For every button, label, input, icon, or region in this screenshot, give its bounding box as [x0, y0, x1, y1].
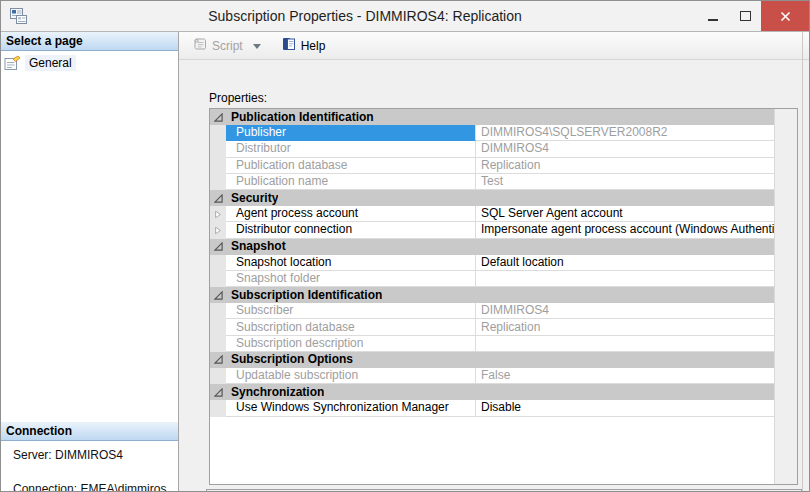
property-name-cell[interactable]: Use Windows Synchronization Manager	[226, 400, 476, 416]
row-gutter	[210, 319, 226, 335]
property-value-cell[interactable]: DIMMIROS4	[476, 141, 774, 157]
property-row[interactable]: Snapshot locationDefault location	[210, 255, 774, 271]
vertical-scrollbar[interactable]	[774, 109, 797, 484]
property-value-cell[interactable]	[476, 336, 774, 352]
row-gutter	[210, 303, 226, 319]
property-grid-rows: Publication IdentificationPublisherDIMMI…	[210, 109, 774, 484]
connection-server-text: Server: DIMMIROS4	[13, 448, 123, 462]
property-name-cell[interactable]: Distributor connection	[226, 222, 476, 238]
row-gutter	[210, 271, 226, 287]
row-gutter	[210, 336, 226, 352]
chevron-down-icon[interactable]	[253, 39, 261, 53]
row-gutter	[210, 400, 226, 416]
property-grid: Publication IdentificationPublisherDIMMI…	[209, 108, 798, 485]
window-icon	[9, 7, 29, 25]
property-row[interactable]: Use Windows Synchronization ManagerDisab…	[210, 400, 774, 416]
category-label: Snapshot	[226, 239, 286, 255]
collapse-icon[interactable]	[214, 242, 223, 251]
sidebar-item-label: General	[25, 55, 76, 71]
property-row[interactable]: Distributor connectionImpersonate agent …	[210, 222, 774, 238]
property-value-cell[interactable]	[476, 271, 774, 287]
property-row[interactable]: PublisherDIMMIROS4\SQLSERVER2008R2	[210, 125, 774, 141]
property-name-cell[interactable]: Snapshot folder	[226, 271, 476, 287]
connection-header: Connection	[1, 422, 178, 441]
help-icon	[281, 36, 297, 55]
property-value-cell[interactable]: DIMMIROS4\SQLSERVER2008R2	[476, 125, 774, 141]
expand-icon[interactable]	[214, 210, 222, 219]
property-value-cell[interactable]: Replication	[476, 319, 774, 335]
minimize-button[interactable]	[697, 1, 729, 31]
main-panel: Script Help	[179, 32, 809, 491]
maximize-icon	[740, 11, 751, 21]
window-title: Subscription Properties - DIMMIROS4: Rep…	[61, 1, 669, 31]
property-row[interactable]: Snapshot folder	[210, 271, 774, 287]
property-value-cell[interactable]: Default location	[476, 255, 774, 271]
script-icon	[192, 36, 208, 55]
help-button[interactable]: Help	[277, 35, 330, 57]
connection-user-text: Connection: EMEA\dimmiros	[13, 482, 166, 492]
sidebar-item-general[interactable]: General	[4, 54, 76, 72]
script-label: Script	[212, 39, 243, 53]
property-value-cell[interactable]: Impersonate agent process account (Windo…	[476, 222, 774, 238]
category-row[interactable]: Subscription Options	[210, 352, 774, 368]
row-gutter	[210, 255, 226, 271]
category-label: Publication Identification	[226, 109, 374, 125]
collapse-icon[interactable]	[214, 388, 223, 397]
titlebar: Subscription Properties - DIMMIROS4: Rep…	[1, 1, 809, 31]
sidebar: Select a page General Connection Server:…	[1, 32, 179, 491]
property-row[interactable]: Updatable subscriptionFalse	[210, 368, 774, 384]
maximize-button[interactable]	[729, 1, 761, 31]
general-page-icon	[4, 55, 21, 71]
row-gutter	[210, 206, 226, 222]
collapse-icon[interactable]	[214, 355, 223, 364]
property-name-cell[interactable]: Publisher	[226, 125, 476, 141]
category-row[interactable]: Publication Identification	[210, 109, 774, 125]
property-row[interactable]: Publication databaseReplication	[210, 158, 774, 174]
property-name-cell[interactable]: Updatable subscription	[226, 368, 476, 384]
category-label: Security	[226, 190, 278, 206]
property-row[interactable]: Subscription description	[210, 336, 774, 352]
collapse-icon[interactable]	[214, 194, 223, 203]
property-row[interactable]: Publication nameTest	[210, 174, 774, 190]
close-icon	[780, 11, 791, 22]
property-row[interactable]: Subscription databaseReplication	[210, 319, 774, 335]
property-name-cell[interactable]: Subscriber	[226, 303, 476, 319]
category-row[interactable]: Subscription Identification	[210, 287, 774, 303]
property-name-cell[interactable]: Snapshot location	[226, 255, 476, 271]
property-row[interactable]: SubscriberDIMMIROS4	[210, 303, 774, 319]
property-value-cell[interactable]: Disable	[476, 400, 774, 416]
property-value-cell[interactable]: DIMMIROS4	[476, 303, 774, 319]
property-name-cell[interactable]: Subscription database	[226, 319, 476, 335]
expand-icon[interactable]	[214, 226, 222, 235]
row-gutter	[210, 174, 226, 190]
minimize-icon	[708, 19, 718, 21]
property-name-cell[interactable]: Distributor	[226, 141, 476, 157]
category-label: Synchronization	[226, 384, 324, 400]
panel-edge-line	[802, 32, 803, 491]
category-label: Subscription Options	[226, 352, 353, 368]
select-page-header: Select a page	[1, 32, 178, 51]
dialog-window: Subscription Properties - DIMMIROS4: Rep…	[0, 0, 810, 492]
property-value-cell[interactable]: Replication	[476, 158, 774, 174]
property-name-cell[interactable]: Agent process account	[226, 206, 476, 222]
help-label: Help	[301, 39, 326, 53]
property-name-cell[interactable]: Publication database	[226, 158, 476, 174]
category-row[interactable]: Synchronization	[210, 384, 774, 400]
property-value-cell[interactable]: SQL Server Agent account	[476, 206, 774, 222]
property-name-cell[interactable]: Subscription description	[226, 336, 476, 352]
row-gutter	[210, 158, 226, 174]
property-value-cell[interactable]: Test	[476, 174, 774, 190]
category-row[interactable]: Security	[210, 190, 774, 206]
category-row[interactable]: Snapshot	[210, 239, 774, 255]
property-row[interactable]: DistributorDIMMIROS4	[210, 141, 774, 157]
collapse-icon[interactable]	[214, 113, 223, 122]
toolbar: Script Help	[179, 32, 809, 60]
category-label: Subscription Identification	[226, 287, 382, 303]
collapse-icon[interactable]	[214, 291, 223, 300]
row-gutter	[210, 368, 226, 384]
script-button[interactable]: Script	[188, 35, 265, 57]
property-row[interactable]: Agent process accountSQL Server Agent ac…	[210, 206, 774, 222]
close-button[interactable]	[761, 1, 809, 31]
property-value-cell[interactable]: False	[476, 368, 774, 384]
property-name-cell[interactable]: Publication name	[226, 174, 476, 190]
